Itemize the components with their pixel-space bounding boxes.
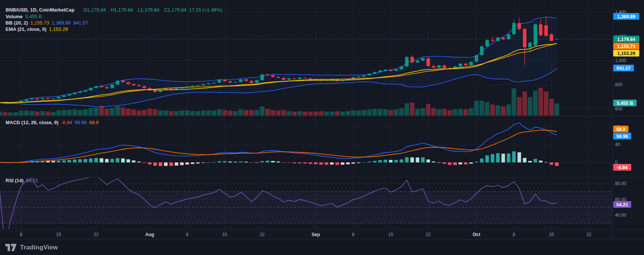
candle-body [539, 24, 543, 35]
volume-bar [137, 110, 141, 116]
candle-body [78, 92, 82, 93]
tradingview-logo[interactable]: TradingView [5, 244, 58, 251]
macd-badge: 68.9 [613, 126, 628, 132]
volume-bar [399, 108, 403, 116]
volume-bar [185, 110, 189, 116]
volume-bar [555, 103, 559, 116]
candle-body [277, 77, 280, 78]
symbol-title: BNB/USD, 1D, CoinMarketCap [6, 7, 75, 13]
macd-histogram-bar [469, 162, 473, 164]
candle-body [534, 24, 537, 45]
macd-histogram-bar [475, 162, 478, 162]
candle-body [218, 80, 221, 83]
macd-histogram-bar [223, 161, 227, 162]
macd-histogram-bar [191, 162, 194, 164]
macd-histogram-bar [453, 162, 457, 165]
candle-body [491, 40, 494, 41]
macd-histogram-bar [116, 158, 120, 162]
candle-body [52, 99, 55, 99]
macd-histogram-bar [169, 162, 173, 166]
candle-body [73, 93, 77, 94]
candle-body [442, 65, 446, 68]
volume-bar [480, 101, 484, 116]
candle-body [239, 79, 243, 82]
macd-histogram-bar [517, 152, 521, 162]
volume-bar [83, 109, 88, 116]
macd-histogram-bar [405, 157, 409, 162]
volume-bar [490, 104, 495, 116]
volume-bar [180, 110, 184, 116]
volume-bar [522, 91, 527, 116]
time-axis-label: 8 [20, 232, 23, 237]
macd-histogram-bar [175, 162, 179, 165]
macd-histogram-bar [78, 159, 82, 162]
badge-value: -8.94 [617, 165, 628, 170]
volume-bar [8, 113, 13, 116]
volume-bar [238, 109, 243, 116]
time-axis-label: 15 [222, 232, 228, 237]
macd-histogram-bar [121, 158, 125, 162]
candle-body [250, 81, 254, 83]
volume-bar [421, 108, 425, 116]
macd-histogram-bar [207, 162, 210, 163]
ema-legend[interactable]: EMA (21, close, 0) 1,153.29 [6, 26, 68, 32]
macd-histogram-bar [233, 162, 237, 162]
candle-body [544, 25, 548, 36]
macd-histogram-bar [250, 162, 254, 163]
volume-bar [110, 108, 114, 116]
macd-histogram-bar [319, 162, 323, 165]
badge-value: 941.57 [617, 66, 631, 71]
macd-histogram-bar [148, 162, 152, 164]
rsi-legend[interactable]: RSI (14) 54.21 [6, 178, 38, 183]
macd-histogram-bar [186, 162, 189, 165]
price-axis-label: 600 [615, 106, 622, 112]
volume-bar [35, 112, 39, 116]
macd-histogram-bar [416, 158, 419, 162]
volume-bar [356, 110, 361, 116]
time-axis-label: 15 [388, 232, 393, 237]
macd-histogram-bar [127, 159, 130, 162]
macd-histogram-bar [378, 160, 382, 162]
volume-bar [415, 109, 420, 116]
volume-bar [511, 88, 516, 116]
volume-bar [265, 109, 270, 116]
volume-legend[interactable]: Volume 5.455 B [6, 14, 42, 19]
macd-legend[interactable]: MACD (12, 26, close, 9) -8.94 59.96 68.9 [6, 120, 99, 125]
volume-bar [196, 111, 200, 116]
macd-signal-value: 68.9 [89, 120, 99, 125]
candle-body [116, 81, 120, 85]
macd-histogram-bar [426, 159, 430, 162]
candle-body [137, 85, 141, 86]
candle-body [132, 84, 135, 85]
volume-bar [544, 91, 548, 116]
macd-histogram-bar [352, 162, 355, 164]
candle-body [367, 74, 371, 75]
time-axis-label: 22 [260, 232, 265, 237]
price-badge: 941.57 [613, 65, 634, 71]
candle-body [308, 78, 312, 79]
macd-histogram-bar [383, 160, 387, 162]
volume-bar [13, 112, 18, 116]
macd-histogram-bar [105, 159, 109, 162]
volume-bar [244, 110, 248, 116]
macd-histogram-bar [153, 162, 157, 166]
volume-bar [303, 112, 307, 116]
macd-histogram-bar [314, 162, 318, 164]
volume-bar [351, 110, 355, 116]
volume-bar [0, 112, 2, 116]
bb-legend[interactable]: BB (20, 2) 1,155.73 1,369.89 941.57 [6, 20, 88, 26]
macd-histogram-bar [111, 159, 114, 162]
volume-bar [517, 97, 522, 116]
volume-bar [474, 101, 478, 116]
candle-body [111, 85, 114, 88]
ohlc-low: L1,179.84 [135, 7, 159, 13]
candle-body [517, 23, 521, 29]
symbol-legend[interactable]: BNB/USD, 1D, CoinMarketCap O1,179.84 H1,… [6, 7, 222, 13]
macd-histogram-bar [46, 161, 50, 162]
badge-value: 54.21 [617, 202, 628, 207]
macd-histogram-bar [421, 157, 425, 162]
candle-body [426, 58, 430, 66]
candle-body [62, 96, 66, 97]
candle-body [437, 65, 441, 68]
candle-body [84, 90, 87, 91]
